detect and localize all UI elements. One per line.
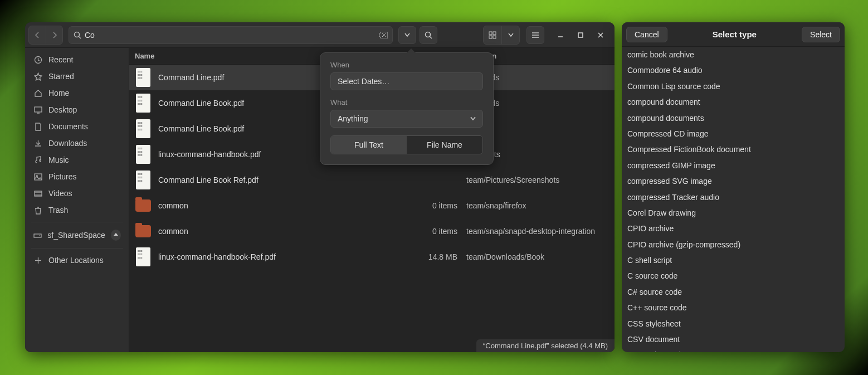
maximize-button[interactable] — [573, 28, 588, 42]
fulltext-segment[interactable]: Full Text — [331, 136, 407, 154]
type-item[interactable]: C shell script — [622, 252, 843, 268]
sidebar-item-music[interactable]: Music — [25, 152, 129, 168]
what-selected-value: Anything — [338, 114, 368, 123]
file-size: 0 items — [414, 201, 464, 210]
sidebar-item-label: Downloads — [48, 139, 87, 148]
select-button[interactable]: Select — [802, 27, 840, 42]
drive-icon — [33, 231, 42, 240]
sidebar-item-pictures[interactable]: Pictures — [25, 168, 129, 185]
type-item[interactable]: C++ source code — [622, 300, 843, 315]
select-type-dialog: Cancel Select type Select comic book arc… — [622, 22, 845, 352]
file-name: Command Line Book Ref.pdf — [158, 176, 414, 184]
search-button[interactable] — [420, 26, 437, 44]
clear-search-icon[interactable] — [379, 32, 388, 38]
svg-rect-18 — [35, 107, 42, 112]
sidebar-item-label: Home — [48, 89, 69, 98]
minimize-button[interactable] — [553, 28, 568, 42]
cancel-button[interactable]: Cancel — [626, 27, 667, 42]
what-select[interactable]: Anything — [330, 110, 483, 128]
type-item[interactable]: C source code — [622, 268, 843, 284]
pdf-icon: ≡≡≡≡≡≡≡≡≡ — [136, 119, 150, 138]
svg-line-1 — [79, 36, 81, 38]
type-item[interactable]: CPIO archive — [622, 221, 843, 236]
svg-rect-8 — [489, 36, 492, 38]
sidebar-item-label: Recent — [48, 55, 73, 64]
file-row[interactable]: common 0 items team/snap/snapd-desktop-i… — [129, 218, 615, 244]
svg-rect-6 — [489, 32, 492, 35]
type-item[interactable]: C# source code — [622, 284, 843, 300]
pdf-icon: ≡≡≡≡≡≡≡≡≡ — [136, 94, 150, 113]
type-item[interactable]: Compressed CD image — [622, 126, 843, 142]
type-item[interactable]: Corel Draw drawing — [622, 205, 843, 221]
type-item[interactable]: CSV Schema document — [622, 347, 843, 352]
type-item[interactable]: Compressed FictionBook document — [622, 142, 843, 157]
search-bar[interactable] — [69, 26, 393, 44]
when-label: When — [330, 61, 483, 69]
sidebar-item-label: Documents — [48, 122, 88, 131]
sidebar-item-shared[interactable]: sf_SharedSpace — [25, 226, 129, 245]
file-location: team/snap/snapd-desktop-integration — [464, 227, 615, 236]
svg-rect-9 — [493, 36, 496, 38]
sidebar-item-recent[interactable]: Recent — [25, 51, 129, 68]
svg-rect-14 — [578, 33, 583, 37]
pdf-icon: ≡≡≡≡≡≡≡≡≡ — [136, 68, 150, 87]
select-dates-button[interactable]: Select Dates… — [330, 72, 483, 90]
search-input[interactable] — [85, 31, 376, 40]
sidebar-item-other-locations[interactable]: Other Locations — [25, 252, 129, 269]
type-item[interactable]: Common Lisp source code — [622, 79, 843, 94]
sidebar-item-home[interactable]: Home — [25, 85, 129, 101]
sidebar-item-label: sf_SharedSpace — [47, 231, 105, 240]
type-item[interactable]: CSS stylesheet — [622, 316, 843, 332]
clock-icon — [33, 56, 43, 64]
type-item[interactable]: compressed Tracker audio — [622, 189, 843, 205]
home-icon — [33, 89, 43, 98]
type-list[interactable]: comic book archiveCommodore 64 audioComm… — [622, 47, 845, 352]
type-item[interactable]: compressed GIMP image — [622, 158, 843, 173]
file-row[interactable]: ≡≡≡≡≡≡≡≡≡ linux-command-handbook-Ref.pdf… — [129, 244, 615, 270]
trash-icon — [33, 206, 43, 215]
type-item[interactable]: compound documents — [622, 110, 843, 126]
desktop-icon — [33, 106, 43, 114]
file-name: common — [158, 227, 414, 236]
file-location: team/Downloads/Book — [464, 252, 615, 261]
sidebar-item-label: Other Locations — [48, 256, 104, 265]
type-item[interactable]: CPIO archive (gzip-compressed) — [622, 237, 843, 252]
star-icon — [33, 72, 43, 81]
plus-icon — [33, 256, 43, 265]
sidebar-item-trash[interactable]: Trash — [25, 202, 129, 218]
sidebar-item-starred[interactable]: Starred — [25, 68, 129, 85]
sidebar-item-desktop[interactable]: Desktop — [25, 101, 129, 118]
sidebar-separator — [31, 248, 123, 249]
file-row[interactable]: common 0 items team/snap/firefox — [129, 193, 615, 218]
type-item[interactable]: compressed SVG image — [622, 173, 843, 189]
pdf-icon: ≡≡≡≡≡≡≡≡≡ — [136, 145, 150, 164]
svg-line-5 — [430, 36, 432, 38]
chevron-down-icon — [470, 116, 476, 121]
sidebar-item-label: Music — [48, 155, 69, 164]
back-button[interactable] — [29, 26, 46, 44]
search-icon — [74, 31, 81, 39]
type-item[interactable]: CSV document — [622, 332, 843, 347]
close-button[interactable] — [593, 28, 608, 42]
sidebar-item-documents[interactable]: Documents — [25, 118, 129, 135]
file-location: team/Pictures/Screenshots — [464, 176, 615, 184]
hamburger-menu-button[interactable] — [526, 26, 544, 44]
type-item[interactable]: Commodore 64 audio — [622, 62, 843, 78]
what-label: What — [330, 98, 483, 106]
dialog-title: Select type — [713, 30, 757, 39]
eject-icon[interactable] — [111, 230, 121, 241]
sidebar-item-downloads[interactable]: Downloads — [25, 135, 129, 152]
filename-segment[interactable]: File Name — [407, 136, 482, 154]
file-row[interactable]: ≡≡≡≡≡≡≡≡≡ Command Line Book Ref.pdf team… — [129, 167, 615, 193]
search-options-toggle[interactable] — [398, 26, 416, 44]
view-options-dropdown[interactable] — [501, 26, 519, 44]
type-item[interactable]: compound document — [622, 94, 843, 110]
status-bar: “Command Line.pdf” selected (4.4 MB) — [476, 339, 615, 352]
grid-view-button[interactable] — [484, 26, 501, 44]
sidebar-item-videos[interactable]: Videos — [25, 185, 129, 202]
titlebar — [25, 22, 615, 48]
forward-button[interactable] — [46, 26, 62, 44]
nav-buttons — [28, 26, 63, 45]
music-icon — [33, 156, 43, 164]
type-item[interactable]: comic book archive — [622, 47, 843, 62]
